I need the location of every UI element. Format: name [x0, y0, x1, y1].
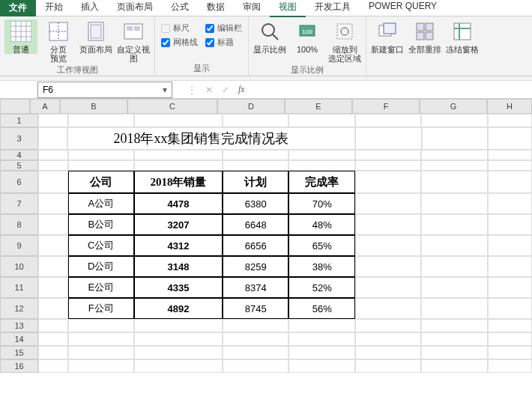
cell-C15[interactable] [134, 346, 223, 359]
cell-A3[interactable] [38, 127, 67, 150]
col-header-G[interactable]: G [420, 99, 487, 114]
cell-H10[interactable] [488, 256, 532, 277]
cell-D5[interactable] [223, 160, 289, 171]
cell-E9[interactable]: 65% [288, 235, 355, 256]
cell-G12[interactable] [421, 298, 488, 319]
tab-开发工具[interactable]: 开发工具 [306, 0, 360, 17]
cell-H3[interactable] [488, 127, 532, 150]
cell-G5[interactable] [421, 160, 488, 171]
name-box[interactable]: F6 ▾ [37, 82, 172, 98]
cell-H8[interactable] [488, 214, 532, 235]
cell-B14[interactable] [68, 332, 135, 346]
tab-公式[interactable]: 公式 [162, 0, 198, 17]
cell-G16[interactable] [421, 359, 488, 373]
cell-B11[interactable]: E公司 [68, 277, 135, 298]
cell-E13[interactable] [288, 319, 355, 332]
cell-D9[interactable]: 6656 [223, 235, 289, 256]
cell-F9[interactable] [355, 235, 422, 256]
col-header-H[interactable]: H [487, 99, 532, 114]
cell-H11[interactable] [488, 277, 532, 298]
spreadsheet-grid[interactable]: ABCDEFGH 132018年xx集团销售完成情况表456公司2018年销量计… [0, 99, 532, 413]
cell-B1[interactable] [68, 114, 135, 127]
row-header-5[interactable]: 5 [0, 160, 38, 171]
cell-F7[interactable] [355, 193, 422, 214]
tab-POWER QUERY[interactable]: POWER QUERY [360, 0, 446, 17]
cell-A16[interactable] [38, 359, 67, 373]
tab-视图[interactable]: 视图 [270, 0, 306, 17]
chk-ruler[interactable]: 标尺 [161, 22, 198, 34]
view-pagebreak-button[interactable]: 分页 预览 [42, 19, 75, 63]
cell-D15[interactable] [223, 346, 289, 359]
zoom-100-button[interactable]: 100 100% [291, 19, 324, 54]
cell-B16[interactable] [68, 359, 135, 373]
view-custom-button[interactable]: 自定义视图 [117, 19, 150, 63]
new-window-button[interactable]: 新建窗口 [371, 19, 404, 54]
zoom-button[interactable]: 显示比例 [253, 19, 286, 54]
cell-F15[interactable] [355, 346, 422, 359]
cell-F12[interactable] [355, 298, 422, 319]
cell-E7[interactable]: 70% [288, 193, 355, 214]
cell-F1[interactable] [355, 114, 422, 127]
cell-E11[interactable]: 52% [288, 277, 355, 298]
cell-G6[interactable] [421, 171, 488, 193]
cell-G9[interactable] [421, 235, 488, 256]
cell-G10[interactable] [421, 256, 488, 277]
col-header-A[interactable]: A [30, 99, 60, 114]
cell-E6[interactable]: 完成率 [288, 171, 355, 193]
row-header-9[interactable]: 9 [0, 235, 38, 256]
cell-E8[interactable]: 48% [288, 214, 355, 235]
col-header-F[interactable]: F [352, 99, 420, 114]
row-header-7[interactable]: 7 [0, 193, 38, 214]
chevron-down-icon[interactable]: ▾ [163, 85, 167, 95]
cell-H14[interactable] [488, 332, 532, 346]
row-header-11[interactable]: 11 [0, 277, 38, 298]
cell-G4[interactable] [421, 150, 488, 160]
cell-C5[interactable] [134, 160, 223, 171]
cell-H13[interactable] [488, 319, 532, 332]
cell-E12[interactable]: 56% [288, 298, 355, 319]
cell-B13[interactable] [68, 319, 135, 332]
col-header-D[interactable]: D [217, 99, 285, 114]
view-normal-button[interactable]: 普通 [4, 19, 37, 54]
row-header-4[interactable]: 4 [0, 150, 38, 160]
cell-C9[interactable]: 4312 [134, 235, 223, 256]
cell-B9[interactable]: C公司 [68, 235, 135, 256]
cell-A11[interactable] [38, 277, 67, 298]
freeze-button[interactable]: 冻结窗格 [446, 19, 479, 54]
cell-B3[interactable]: 2018年xx集团销售完成情况表 [67, 127, 355, 150]
chk-gridlines[interactable]: 网格线 [161, 37, 198, 48]
chk-gridlines-box[interactable] [161, 38, 170, 47]
col-header-E[interactable]: E [285, 99, 352, 114]
cell-H12[interactable] [488, 298, 532, 319]
cell-A4[interactable] [38, 150, 67, 160]
cell-A6[interactable] [38, 171, 67, 193]
cell-A7[interactable] [38, 193, 67, 214]
cell-D8[interactable]: 6648 [223, 214, 289, 235]
cell-C7[interactable]: 4478 [134, 193, 223, 214]
row-header-6[interactable]: 6 [0, 171, 38, 193]
cell-D1[interactable] [223, 114, 289, 127]
cell-G11[interactable] [421, 277, 488, 298]
cell-G13[interactable] [421, 319, 488, 332]
cell-B12[interactable]: F公司 [68, 298, 135, 319]
cell-G7[interactable] [421, 193, 488, 214]
cell-F8[interactable] [355, 214, 422, 235]
tab-数据[interactable]: 数据 [198, 0, 234, 17]
cell-A8[interactable] [38, 214, 67, 235]
cell-H9[interactable] [488, 235, 532, 256]
enter-icon[interactable]: ✓ [222, 85, 229, 95]
cell-H4[interactable] [488, 150, 532, 160]
cell-B5[interactable] [68, 160, 135, 171]
row-header-13[interactable]: 13 [0, 319, 38, 332]
cell-C14[interactable] [134, 332, 223, 346]
cell-B10[interactable]: D公司 [68, 256, 135, 277]
row-header-10[interactable]: 10 [0, 256, 38, 277]
cell-F5[interactable] [355, 160, 422, 171]
cell-F4[interactable] [355, 150, 422, 160]
cell-E15[interactable] [288, 346, 355, 359]
cell-H15[interactable] [488, 346, 532, 359]
cell-H7[interactable] [488, 193, 532, 214]
cell-F11[interactable] [355, 277, 422, 298]
cell-A9[interactable] [38, 235, 67, 256]
row-header-12[interactable]: 12 [0, 298, 38, 319]
